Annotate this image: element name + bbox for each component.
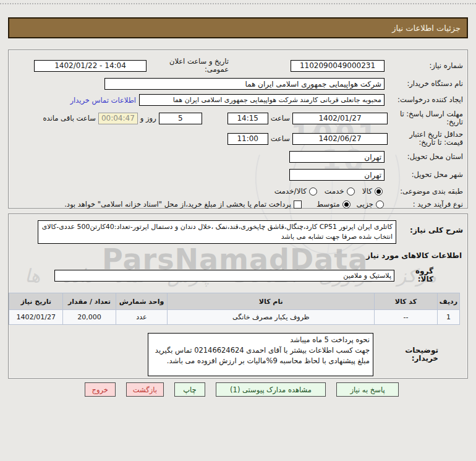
- note-line: مبلغ پیشنهادی با لحاظ محاسبه 9%مالیات بر…: [151, 356, 370, 366]
- announce-datetime-label: تاریخ و ساعت اعلان عمومی:: [150, 58, 229, 74]
- creator-label: ایجاد کننده درخواست:: [388, 96, 463, 104]
- procurement-detail-page: { "header": { "title": "جزئیات اطلاعات ن…: [0, 0, 476, 461]
- view-attachments-button[interactable]: مشاهده مدارک پیوستی (1): [216, 382, 326, 397]
- radio-service[interactable]: خدمت: [325, 187, 355, 196]
- cell-goods-code: --: [375, 310, 438, 325]
- need-details-panel: شرح کلی نیاز: کاتلری ایران ایرتور CP51 ک…: [8, 213, 468, 379]
- hours-remaining-label: ساعت باقی مانده: [43, 114, 96, 123]
- days-remaining-field[interactable]: 5: [159, 113, 202, 124]
- classification-row: طبقه بندی موضوعی: کالا خدمت کالا/خدمت: [13, 187, 463, 196]
- radio-partial-icon[interactable]: [376, 200, 384, 209]
- cell-unit: عدد: [116, 310, 168, 325]
- radio-goods-label: کالا: [362, 187, 372, 196]
- radio-goods-service-icon[interactable]: [309, 187, 317, 196]
- buyer-notes-row: توضیحات خریدار: نحوه پرداخت 5 ماه میباشد…: [13, 333, 463, 376]
- validity-time-field[interactable]: 11:00: [227, 133, 268, 145]
- col-unit: واحد شمارش: [116, 293, 168, 310]
- buyer-org-label: نام دستگاه خریدار:: [388, 80, 463, 88]
- buyer-notes-box: نحوه پرداخت 5 ماه میباشد جهت کسب اطلاعات…: [148, 333, 373, 376]
- radio-service-icon[interactable]: [347, 187, 355, 196]
- deadline-date-field[interactable]: 1402/01/27: [292, 113, 388, 124]
- buyer-contact-link[interactable]: اطلاعات تماس خریدار: [70, 96, 136, 105]
- radio-medium[interactable]: متوسط: [317, 200, 351, 209]
- cell-goods-name: ظروف یکبار مصرف خانگی: [168, 310, 375, 325]
- radio-goods-icon[interactable]: [375, 187, 383, 196]
- price-validity-label: حداقل تاریخ اعتبار قیمت: تا تاریخ:: [390, 131, 463, 147]
- treasury-checkbox-label: پرداخت تمام یا بخشی از مبلغ خرید،از محل …: [64, 200, 291, 209]
- countdown-timer: 00:04:47: [98, 113, 138, 124]
- table-row: 1 -- ظروف یکبار مصرف خانگی عدد 20,000 14…: [9, 310, 460, 325]
- col-need-date: تاریخ نیاز: [9, 293, 63, 310]
- description-label: شرح کلی نیاز:: [399, 226, 463, 235]
- back-button[interactable]: بازگشت: [126, 382, 164, 397]
- col-goods-code: کد کالا: [375, 293, 438, 310]
- validity-date-field[interactable]: 1402/06/27: [292, 133, 388, 145]
- treasury-checkbox-option[interactable]: پرداخت تمام یا بخشی از مبلغ خرید،از محل …: [64, 200, 302, 209]
- radio-service-label: خدمت: [325, 187, 344, 196]
- description-row: شرح کلی نیاز: کاتلری ایران ایرتور CP51 ک…: [13, 220, 463, 244]
- days-and-label: روز و: [140, 114, 156, 123]
- process-type-label: نوع فرآیند خرید :: [390, 200, 463, 209]
- radio-medium-icon[interactable]: [342, 200, 351, 209]
- col-row-number: ردیف: [437, 293, 459, 310]
- exit-button[interactable]: خروج: [85, 382, 116, 397]
- province-label: استان محل تحویل:: [388, 153, 463, 161]
- province-row: استان محل تحویل: تهران: [13, 151, 463, 163]
- top-divider: [0, 3, 476, 4]
- general-info-panel: شماره نیاز: 1102090049000231 تاریخ و ساع…: [8, 50, 468, 209]
- page-title-bar: جزئیات اطلاعات نیاز: [8, 17, 468, 38]
- col-goods-name: نام کالا: [168, 293, 375, 310]
- goods-group-row: گروه کالا: پلاستیک و ملامین: [13, 267, 463, 283]
- announce-datetime-field[interactable]: 1402/01/22 - 14:04: [34, 60, 147, 72]
- action-button-row: پاسخ به نیاز مشاهده مدارک پیوستی (1) چاپ…: [8, 382, 468, 397]
- province-field[interactable]: تهران: [289, 151, 385, 163]
- treasury-checkbox[interactable]: [294, 200, 302, 209]
- deadline-time-field[interactable]: 14:15: [227, 113, 268, 124]
- process-type-row: نوع فرآیند خرید : جزیی متوسط پرداخت تمام…: [13, 200, 463, 209]
- note-line: نحوه پرداخت 5 ماه میباشد: [151, 335, 370, 345]
- goods-group-label: گروه کالا:: [397, 267, 433, 283]
- price-validity-row: حداقل تاریخ اعتبار قیمت: تا تاریخ: 1402/…: [13, 131, 463, 147]
- creator-field[interactable]: محبوبه جانعلی قربانی کارمند شرکت هواپیما…: [139, 94, 385, 106]
- col-quantity: تعداد / مقدار: [63, 293, 116, 310]
- validity-hour-label: ساعت: [271, 135, 290, 143]
- respond-to-need-button[interactable]: پاسخ به نیاز: [336, 382, 399, 397]
- radio-medium-label: متوسط: [317, 200, 340, 209]
- classification-label: طبقه بندی موضوعی:: [390, 187, 463, 196]
- radio-goods-service[interactable]: کالا/خدمت: [274, 187, 317, 196]
- deadline-hour-label: ساعت: [271, 114, 290, 123]
- deadline-label: مهلت ارسال پاسخ: تا تاریخ:: [390, 110, 463, 126]
- radio-partial[interactable]: جزیی: [357, 200, 384, 209]
- city-row: شهر محل تحویل: تهران: [13, 169, 463, 181]
- need-number-row: شماره نیاز: 1102090049000231 تاریخ و ساع…: [13, 58, 463, 74]
- buyer-org-field[interactable]: شرکت هواپیمایی جمهوری اسلامی ایران هما: [104, 78, 385, 90]
- cell-quantity: 20,000: [63, 310, 116, 325]
- city-field[interactable]: تهران: [289, 169, 385, 181]
- radio-goods[interactable]: کالا: [362, 187, 383, 196]
- radio-partial-label: جزیی: [357, 200, 373, 209]
- items-table: ردیف کد کالا نام کالا واحد شمارش تعداد /…: [9, 293, 460, 325]
- buyer-org-row: نام دستگاه خریدار: شرکت هواپیمایی جمهوری…: [13, 78, 463, 90]
- need-number-field[interactable]: 1102090049000231: [291, 60, 385, 72]
- deadline-row: مهلت ارسال پاسخ: تا تاریخ: 1402/01/27 سا…: [13, 110, 463, 126]
- city-label: شهر محل تحویل:: [388, 171, 463, 179]
- buyer-notes-label: توضیحات خریدار:: [376, 347, 438, 363]
- items-table-header-row: ردیف کد کالا نام کالا واحد شمارش تعداد /…: [9, 293, 460, 310]
- print-button[interactable]: چاپ: [174, 382, 205, 397]
- page-title: جزئیات اطلاعات نیاز: [392, 24, 461, 33]
- note-line: جهت کسب اطلاعات بیشتر با آقای احمدی 0214…: [151, 345, 370, 356]
- items-section-title: اطلاعات کالاهای مورد نیاز: [13, 251, 462, 260]
- creator-row: ایجاد کننده درخواست: محبوبه جانعلی قربان…: [13, 94, 463, 106]
- radio-goods-service-label: کالا/خدمت: [274, 187, 307, 196]
- description-box: کاتلری ایران ایرتور CP51 کارد،چنگال،قاشق…: [38, 220, 396, 244]
- need-number-label: شماره نیاز:: [388, 62, 463, 70]
- cell-row-number: 1: [437, 310, 459, 325]
- goods-group-field[interactable]: پلاستیک و ملامین: [54, 270, 394, 282]
- cell-need-date: 1402/01/27: [9, 310, 63, 325]
